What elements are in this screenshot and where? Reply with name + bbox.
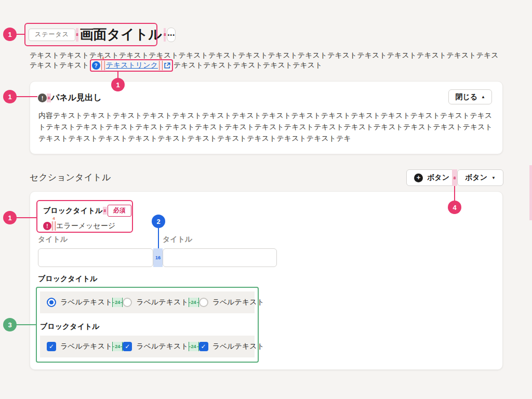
spacing-marker-24: 24	[112, 342, 123, 351]
annotation-connector	[16, 34, 24, 35]
radio-label: ラベルテキスト	[212, 298, 264, 307]
checkbox-checked[interactable]: ✓	[123, 342, 132, 351]
annotation-number: 1	[8, 93, 11, 101]
annotation-number: 1	[8, 31, 11, 38]
spacing-marker-8: 8	[47, 94, 51, 102]
spacing-marker-16: 16	[153, 248, 163, 267]
section-title: セクションタイトル	[30, 171, 111, 183]
page-header: ステータス 8 画面タイトル 8 •••	[24, 23, 157, 46]
help-icon[interactable]: ?	[92, 61, 100, 70]
intro-text-line2: テキストテキスト ? 4 テキストリンク 4 テキストテキストテキストテキストテ…	[30, 58, 322, 73]
error-message-row: ! 4 エラーメッセージ	[43, 221, 132, 231]
radio-block-title: ブロックタイトル	[38, 274, 98, 284]
error-message: エラーメッセージ	[56, 221, 115, 231]
annotation-connector	[454, 186, 455, 201]
status-badge: ステータス	[29, 29, 75, 41]
alert-icon: !	[38, 94, 47, 102]
info-panel: ! 8 パネル見出し 閉じる ▲ 内容テキストテキストテキストテキストテキストテ…	[30, 81, 503, 154]
annotation-number: 1	[8, 214, 11, 222]
spacing-marker-8: 8	[103, 207, 107, 215]
more-icon: •••	[167, 32, 175, 38]
annotation-badge-1d: 1	[3, 211, 17, 224]
annotation-badge-3: 3	[3, 318, 17, 331]
annotation-badge-1b: 1	[111, 78, 125, 91]
spacing-marker-8: 8	[452, 169, 457, 186]
external-link-icon	[164, 62, 171, 69]
checkbox-label: ラベルテキスト	[212, 342, 264, 351]
radio-unselected[interactable]	[199, 298, 208, 307]
radio-label: ラベルテキスト	[136, 298, 188, 307]
annotation-badge-1c: 1	[3, 90, 17, 103]
radio-label: ラベルテキスト	[60, 298, 112, 307]
annotation-number: 4	[453, 204, 456, 211]
radio-unselected[interactable]	[123, 298, 132, 307]
annotation-number: 3	[8, 321, 11, 329]
annotation-badge-4: 4	[448, 201, 461, 214]
spacing-marker-4: 4	[52, 221, 56, 231]
chevron-down-icon: ▼	[491, 176, 496, 180]
close-panel-button[interactable]: 閉じる ▲	[448, 89, 492, 104]
panel-header: ! 8 パネル見出し	[38, 92, 102, 103]
checkbox-label: ラベルテキスト	[136, 342, 188, 351]
check-icon: ✓	[201, 343, 206, 350]
annotation-connector	[16, 96, 37, 97]
checkbox-group-row: ✓ ラベルテキスト 24 ✓ ラベルテキスト 24 ✓ ラベルテキスト	[40, 336, 255, 357]
required-badge: 必須	[108, 205, 131, 217]
menu-button-label: ボタン	[465, 173, 487, 182]
annotation-number: 1	[116, 81, 119, 89]
radio-selected[interactable]	[47, 298, 56, 307]
spacing-marker-4: 4	[159, 61, 163, 70]
text-link[interactable]: テキストリンク	[106, 61, 158, 70]
block-title-row: ブロックタイトル 8 必須	[43, 205, 132, 217]
title-input-1[interactable]	[38, 248, 153, 267]
panel-heading: パネル見出し	[51, 92, 102, 103]
annotation-connector	[117, 71, 118, 78]
annotation-number: 2	[156, 218, 160, 225]
chevron-up-icon: ▲	[481, 95, 485, 99]
block-title: ブロックタイトル	[43, 206, 103, 216]
annotation-badge-1: 1	[3, 28, 17, 41]
annotation-connector	[16, 217, 36, 218]
checkbox-checked[interactable]: ✓	[47, 342, 56, 351]
annotation-badge-2: 2	[152, 215, 165, 228]
spacing-marker-8: 8	[164, 28, 166, 42]
radio-group-row: ラベルテキスト 24 ラベルテキスト 24 ラベルテキスト	[40, 291, 255, 313]
spacing-marker-24: 24	[189, 298, 199, 307]
page-title: 画面タイトル	[80, 25, 162, 44]
spacing-marker-band	[529, 165, 532, 220]
intro-text-before-link: テキストテキスト	[30, 61, 89, 70]
close-button-label: 閉じる	[455, 92, 477, 102]
error-icon: !	[43, 222, 51, 230]
check-icon: ✓	[125, 343, 130, 350]
spacing-marker-8: 8	[76, 28, 78, 42]
field-label-2: タイトル	[163, 235, 192, 244]
link-spec-outline: ? 4 テキストリンク 4	[90, 59, 173, 72]
checkbox-label: ラベルテキスト	[60, 342, 112, 351]
spacing-marker-24: 24	[189, 342, 199, 351]
checkbox-checked[interactable]: ✓	[199, 342, 208, 351]
add-button[interactable]: + ボタン	[406, 169, 457, 186]
title-input-2[interactable]	[163, 248, 277, 267]
panel-body-text: 内容テキストテキストテキストテキストテキストテキストテキストテキストテキストテキ…	[38, 110, 495, 144]
check-icon: ✓	[49, 343, 54, 350]
block-header-spec-outline: ブロックタイトル 8 必須 ! 4 エラーメッセージ	[36, 200, 133, 233]
spacing-marker-4: 4	[101, 61, 105, 70]
spacing-marker-24: 24	[112, 298, 123, 307]
checkbox-block-title: ブロックタイトル	[40, 322, 100, 331]
menu-button[interactable]: ボタン ▼	[457, 169, 503, 186]
field-label-1: タイトル	[38, 235, 68, 244]
design-spec-page: 1 1 1 4 1 2 3 ステータス 8 画面タイトル 8 ••• テキストテ…	[0, 0, 532, 399]
more-options-button[interactable]: •••	[167, 28, 176, 42]
intro-text-after-link: テキストテキストテキストテキストテキスト	[174, 61, 323, 70]
plus-icon: +	[414, 174, 423, 182]
annotation-connector	[158, 228, 159, 248]
add-button-label: ボタン	[427, 173, 449, 182]
annotation-connector	[16, 324, 36, 325]
